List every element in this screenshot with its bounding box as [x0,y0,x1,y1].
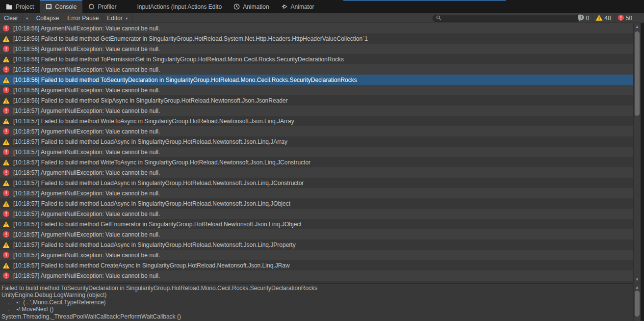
log-row[interactable]: [10:18:57] Failed to build method LoadAs… [0,178,633,188]
log-row[interactable]: [10:18:57] ArgumentNullException: Value … [0,126,633,136]
error-icon [2,169,10,176]
log-row[interactable]: [10:18:56] ArgumentNullException: Value … [0,23,633,33]
log-row[interactable]: [10:18:57] Failed to build method GetEnu… [0,219,633,229]
tab-label: Animator [291,3,314,10]
log-row-text: [10:18:57] ArgumentNullException: Value … [13,128,160,135]
error-icon [2,45,10,53]
log-row[interactable]: [10:18:57] ArgumentNullException: Value … [0,188,633,198]
warning-icon [2,262,10,269]
detail-scrollbar-thumb[interactable] [635,291,640,317]
stack-trace-line[interactable]: . ▪: ( . ',Mono.Cecil.TypeReference) [1,299,633,306]
tab-animation[interactable]: Animation [228,0,275,13]
search-input[interactable] [443,16,576,22]
unity-console-window: ProjectConsoleProfilerInputActions (Inpu… [0,0,644,321]
log-scrollbar-thumb[interactable] [635,31,640,116]
tab-label: Profiler [98,3,116,10]
folder-icon [6,4,13,10]
log-row[interactable]: [10:18:57] Failed to build method Create… [0,260,633,270]
warning-icon [2,56,10,63]
log-row[interactable]: [10:18:57] Failed to build method WriteT… [0,116,633,126]
log-row[interactable]: [10:18:57] Failed to build method WriteT… [0,157,633,167]
tab-bar: ProjectConsoleProfilerInputActions (Inpu… [0,0,644,13]
collapse-toggle[interactable]: Collapse [32,13,64,23]
profiler-icon [88,3,95,10]
warning-icon [2,35,10,42]
error-icon [2,231,10,238]
tab-label: Console [55,3,77,10]
log-row-text: [10:18:56] ArgumentNullException: Value … [13,66,160,73]
warning-count-toggle[interactable]: 48 [592,14,614,23]
log-row[interactable]: [10:18:57] ArgumentNullException: Value … [0,106,633,116]
log-row[interactable]: [10:18:57] Failed to build method LoadAs… [0,136,633,147]
log-row-text: [10:18:57] ArgumentNullException: Value … [13,252,160,259]
tab-inputactions-input-actions-edi[interactable]: InputActions (Input Actions Edito [122,0,228,13]
log-row-text: [10:18:56] ArgumentNullException: Value … [13,25,160,32]
log-row[interactable]: [10:18:57] Failed to build method LoadAs… [0,198,633,209]
log-row[interactable]: [10:18:56] ArgumentNullException: Value … [0,85,633,95]
error-pause-toggle[interactable]: Error Pause [63,13,103,23]
log-row-text: [10:18:57] Failed to build method LoadAs… [13,241,296,248]
log-row-text: [10:18:56] ArgumentNullException: Value … [13,46,160,53]
error-count-toggle[interactable]: 50 [614,14,635,23]
log-row[interactable]: [10:18:57] ArgumentNullException: Value … [0,209,633,219]
log-row[interactable]: [10:18:56] Failed to build method ToSecu… [0,75,633,85]
log-row-text: [10:18:56] ArgumentNullException: Value … [13,87,160,94]
log-row[interactable]: [10:18:57] ArgumentNullException: Value … [0,250,633,260]
log-row[interactable]: [10:18:56] Failed to build method GetEnu… [0,33,633,44]
log-row[interactable]: [10:18:57] ArgumentNullException: Value … [0,229,633,240]
tab-console[interactable]: Console [40,0,82,13]
log-row[interactable]: [10:18:56] ArgumentNullException: Value … [0,64,633,75]
console-icon [46,3,52,10]
log-row-text: [10:18:56] Failed to build method SkipAs… [13,97,288,104]
warning-icon [2,241,10,248]
log-row-text: [10:18:57] Failed to build method LoadAs… [13,200,290,207]
log-row-text: [10:18:57] ArgumentNullException: Value … [13,231,160,238]
tab-profiler[interactable]: Profiler [82,0,122,13]
scroll-up-icon[interactable]: ▲ [634,284,641,291]
log-row[interactable]: [10:18:57] ArgumentNullException: Value … [0,147,633,157]
log-row[interactable]: [10:18:57] ArgumentNullException: Value … [0,167,633,178]
log-row-text: [10:18:56] Failed to build method GetEnu… [13,35,368,42]
log-scrollbar[interactable]: ▲ ▼ [633,23,641,283]
clear-dropdown-button[interactable]: ▼ [23,13,32,23]
editor-dropdown-label: Editor [107,15,122,22]
info-count-toggle[interactable]: 0 [575,14,592,23]
error-icon [2,148,10,156]
stack-trace-line[interactable]: UnityEngine.Debug:LogWarning (object) [1,292,633,298]
detail-scrollbar[interactable]: ▲ [633,284,641,321]
log-row[interactable]: [10:18:56] Failed to build method SkipAs… [0,95,633,106]
log-row[interactable]: [10:18:56] Failed to build method ToPerm… [0,54,633,64]
log-row[interactable]: [10:18:57] ArgumentNullException: Value … [0,270,633,281]
stack-trace-line[interactable]: Failed to build method ToSecurityDeclara… [1,285,633,292]
log-row-text: [10:18:57] ArgumentNullException: Value … [13,149,160,156]
editor-dropdown[interactable]: Editor ▼ [103,13,132,23]
clear-button-label: Clear [4,15,18,22]
console-log-list: [10:18:56] ArgumentNullException: Value … [0,23,633,283]
stack-trace-line[interactable]: . ▪/:MoveNext () [1,306,633,313]
tab-animator[interactable]: Animator [275,0,320,13]
warning-icon [2,97,10,104]
warning-icon [2,118,10,125]
log-row[interactable]: [10:18:57] Failed to build method LoadAs… [0,240,633,250]
warning-icon [2,221,10,228]
error-icon [2,25,10,32]
scroll-down-icon[interactable]: ▼ [634,276,641,283]
error-icon [2,66,10,73]
console-toolbar: Clear ▼ Collapse Error Pause Editor ▼ [0,13,644,23]
log-row-text: [10:18:57] ArgumentNullException: Value … [13,169,160,176]
stack-trace-line[interactable]: System.Threading._ThreadPoolWaitCallback… [1,313,633,320]
tab-project[interactable]: Project [0,0,40,13]
log-count-badges: 0 48 50 [575,14,635,23]
stack-trace-pane[interactable]: Failed to build method ToSecurityDeclara… [0,283,633,321]
scroll-up-icon[interactable]: ▲ [634,24,641,30]
error-icon [2,189,10,197]
collapse-label: Collapse [36,15,59,22]
info-bubble-icon [578,14,585,23]
chevron-down-icon: ▼ [125,17,129,20]
log-row-text: [10:18:57] ArgumentNullException: Value … [13,190,160,197]
error-icon [2,272,10,279]
error-icon [2,107,10,114]
search-field[interactable] [433,15,580,22]
clear-button[interactable]: Clear [0,13,23,23]
log-row[interactable]: [10:18:56] ArgumentNullException: Value … [0,44,633,54]
